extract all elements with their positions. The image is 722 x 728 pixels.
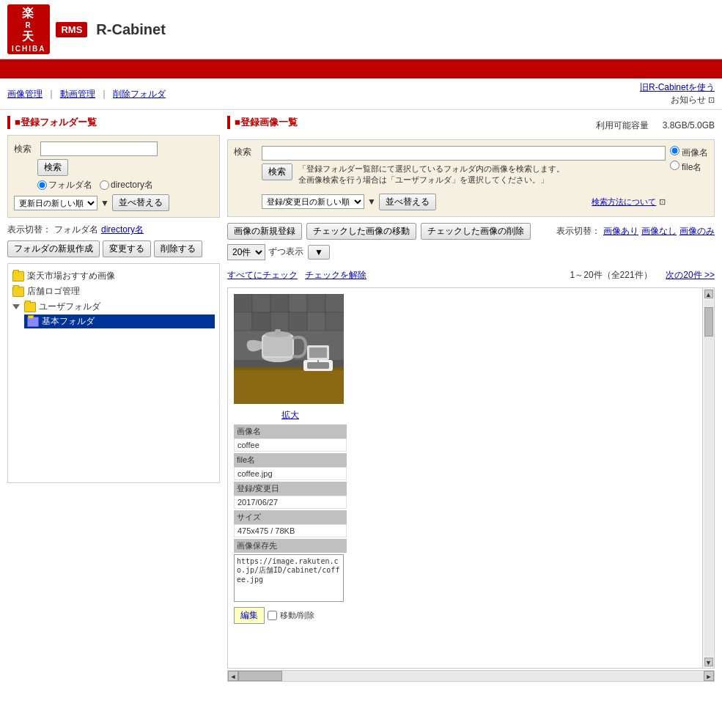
scrollbar-area[interactable]: ▲ ▼ — [702, 288, 714, 668]
change-folder-button[interactable]: 変更する — [103, 240, 151, 257]
meta-imagename-value: coffee — [234, 438, 347, 452]
scroll-right-btn[interactable]: ► — [704, 671, 714, 681]
right-radio-filename-label[interactable]: file名 — [670, 161, 708, 174]
scrollbar-down-btn[interactable]: ▼ — [704, 658, 713, 666]
tree-expand-icon[interactable] — [12, 304, 20, 309]
empty-grid-space — [353, 288, 702, 668]
left-radio-dir-label[interactable]: directory名 — [100, 179, 153, 191]
svg-rect-18 — [263, 336, 292, 356]
move-delete-label: 移動/削除 — [280, 610, 314, 621]
meta-date-label: 登録/変更日 — [234, 482, 347, 496]
move-image-button[interactable]: チェックした画像の移動 — [306, 223, 416, 240]
horizontal-scrollbar[interactable]: ◄ ► — [227, 670, 715, 682]
check-links: すべてにチェック チェックを解除 — [227, 269, 366, 282]
right-sort-row: 登録/変更日の新しい順 ▼ 並べ替える 検索方法について ⊡ — [262, 194, 666, 210]
meta-date-value: 2017/06/27 — [234, 496, 347, 509]
left-sort-row: 更新日の新しい順 ▼ 並べ替える — [14, 194, 213, 211]
svg-rect-22 — [309, 348, 327, 358]
nav-right: 旧R-Cabinetを使う お知らせ ⊡ — [640, 81, 715, 106]
left-search-button[interactable]: 検索 — [37, 159, 68, 176]
meta-size-value: 475x475 / 78KB — [234, 524, 347, 537]
left-panel: ■登録フォルダー覧 検索 検索 フォルダ名 directory名 — [7, 116, 220, 682]
delete-folder-button[interactable]: 削除する — [154, 240, 202, 257]
folder-icon-store-logo — [12, 287, 24, 297]
delete-folder-link[interactable]: 削除フォルダ — [113, 88, 166, 100]
image-url-textarea[interactable] — [234, 554, 344, 602]
red-decorative-bar — [0, 59, 722, 78]
scroll-left-btn[interactable]: ◄ — [228, 671, 238, 681]
new-image-button[interactable]: 画像の新規登録 — [227, 223, 302, 240]
folder-icon-user — [24, 302, 36, 312]
left-dirname-link[interactable]: directory名 — [101, 224, 144, 236]
old-r-cabinet-link[interactable]: 旧R-Cabinetを使う — [640, 82, 715, 92]
left-display-toggle: 表示切替： フォルダ名 directory名 — [7, 224, 220, 236]
meta-filename-value: coffee.jpg — [234, 467, 347, 480]
right-radio-col: 画像名 file名 — [670, 146, 708, 174]
pagination: すべてにチェック チェックを解除 1～20件（全221件） 次の20件 >> — [227, 269, 715, 282]
main-container: ■登録フォルダー覧 検索 検索 フォルダ名 directory名 — [0, 110, 722, 688]
per-page-apply-button[interactable]: ▼ — [308, 245, 330, 260]
scrollbar-up-btn[interactable]: ▲ — [704, 290, 713, 298]
display-toggle-right: 表示切替： 画像あり 画像なし 画像のみ — [556, 225, 715, 238]
tree-item-store-logo[interactable]: 店舗ロゴ管理 — [12, 284, 215, 299]
move-delete-checkbox[interactable] — [268, 611, 277, 620]
left-sort-arrow: ▼ — [100, 198, 109, 208]
svg-rect-4 — [270, 294, 289, 312]
right-sort-button[interactable]: 並べ替える — [379, 194, 436, 210]
tree-label-basic-folder: 基本フォルダ — [42, 315, 95, 328]
tree-item-user-folder[interactable]: ユーザフォルダ — [12, 299, 215, 315]
new-folder-button[interactable]: フォルダの新規作成 — [7, 240, 100, 257]
per-page-btn-label: ずつ表示 — [268, 246, 303, 258]
ichiba-label: ICHIBA — [12, 45, 45, 53]
no-image-link[interactable]: 画像なし — [641, 225, 677, 238]
enlarge-link[interactable]: 拡大 — [234, 409, 347, 422]
left-sort-button[interactable]: 並べ替える — [112, 194, 169, 211]
tree-item-rakuten[interactable]: 楽天市場おすすめ画像 — [12, 268, 215, 284]
app-title: R‑Cabinet — [96, 21, 165, 38]
check-all-link[interactable]: すべてにチェック — [227, 269, 298, 282]
image-only-link[interactable]: 画像のみ — [679, 225, 715, 238]
rms-badge: RMS — [56, 22, 87, 37]
per-page-select[interactable]: 20件 — [227, 244, 265, 260]
next-page-link[interactable]: 次の20件 >> — [666, 270, 715, 280]
left-search-label: 検索 — [14, 143, 37, 155]
h-scrollbar-thumb[interactable] — [238, 671, 282, 681]
svg-rect-3 — [252, 294, 270, 312]
meta-location-label: 画像保存先 — [234, 539, 347, 553]
left-radio-dir[interactable] — [100, 180, 109, 190]
delete-image-button[interactable]: チェックした画像の削除 — [421, 223, 531, 240]
right-radio-filename-text: file名 — [682, 162, 701, 172]
tree-item-basic-folder[interactable]: 基本フォルダ — [24, 315, 215, 328]
image-grid-container: 拡大 画像名 coffee file名 coffee.jpg 登録/変更日 20… — [227, 287, 715, 669]
has-image-link[interactable]: 画像あり — [603, 225, 638, 238]
display-toggle-right-label: 表示切替： — [556, 225, 600, 238]
uncheck-all-link[interactable]: チェックを解除 — [305, 269, 366, 282]
right-search-input[interactable] — [262, 146, 666, 161]
page-info: 1～20件（全221件） 次の20件 >> — [570, 269, 715, 282]
right-sort-arrow: ▼ — [367, 196, 376, 207]
folder-actions: フォルダの新規作成 変更する 削除する — [7, 240, 220, 257]
search-method-link[interactable]: 検索方法について — [592, 197, 656, 206]
coffee-image — [234, 294, 344, 404]
left-search-input[interactable] — [40, 141, 158, 156]
folder-icon-basic — [27, 317, 39, 327]
right-search-button[interactable]: 検索 — [262, 163, 292, 180]
scrollbar-thumb[interactable] — [704, 307, 713, 337]
svg-rect-2 — [234, 294, 252, 312]
video-mgmt-link[interactable]: 動画管理 — [60, 88, 95, 100]
right-panel-title: ■登録画像一覧 — [227, 116, 298, 129]
edit-button[interactable]: 編集 — [234, 607, 265, 624]
right-radio-imagename-label[interactable]: 画像名 — [670, 146, 708, 159]
right-sort-select[interactable]: 登録/変更日の新しい順 — [262, 194, 364, 209]
image-mgmt-link[interactable]: 画像管理 — [7, 88, 43, 100]
storage-info: 利用可能容量 3.8GB/5.0GB — [596, 120, 715, 132]
right-radio-imagename[interactable] — [670, 146, 679, 155]
meta-imagename-label: 画像名 — [234, 424, 347, 438]
left-panel-title: ■登録フォルダー覧 — [7, 116, 220, 129]
right-radio-filename[interactable] — [670, 161, 679, 170]
rakuten-logo: 楽R天 ICHIBA — [7, 4, 50, 54]
left-sort-select[interactable]: 更新日の新しい順 — [14, 196, 97, 210]
tree-label-user-folder: ユーザフォルダ — [39, 301, 100, 313]
left-radio-folder-label[interactable]: フォルダ名 — [37, 179, 92, 191]
left-radio-folder[interactable] — [37, 180, 47, 190]
